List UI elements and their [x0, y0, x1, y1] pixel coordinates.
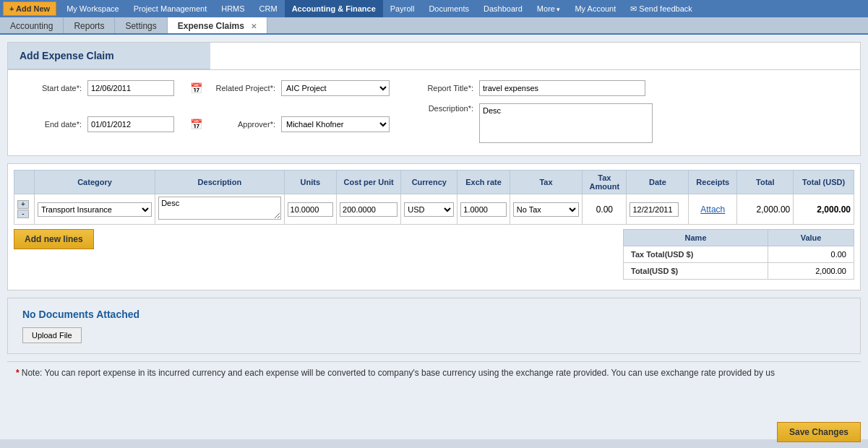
units-input[interactable]	[288, 202, 333, 217]
tax-select[interactable]: No Tax	[513, 202, 579, 217]
cell-receipts: Attach	[689, 194, 737, 225]
form-table: Start date*: 📅 Related Project*:	[20, 79, 848, 147]
top-navigation: + Add New My Workspace Project Managemen…	[0, 0, 868, 17]
start-date-input[interactable]	[87, 80, 174, 96]
cost-per-unit-input[interactable]	[340, 202, 398, 217]
nav-more[interactable]: More	[530, 0, 568, 17]
end-date-input[interactable]	[87, 116, 174, 132]
tab-settings[interactable]: Settings	[115, 17, 167, 33]
main-content: Add Expense Claim Start date*: 📅 Related…	[0, 35, 868, 439]
end-date-calendar-icon[interactable]: 📅	[190, 119, 202, 130]
footer-note-text: Note: You can report expense in its incu…	[22, 368, 775, 378]
col-header-date: Date	[627, 171, 689, 194]
footer-note: * Note: You can report expense in its in…	[7, 361, 861, 384]
exch-rate-input[interactable]	[460, 202, 506, 217]
tab-bar: Accounting Reports Settings Expense Clai…	[0, 17, 868, 35]
summary-total-name: Total(USD $)	[624, 263, 768, 280]
summary-row-tax: Tax Total(USD $) 0.00	[624, 246, 854, 263]
expense-table: Category Description Units Cost per Unit…	[14, 170, 854, 225]
summary-tax-value: 0.00	[768, 246, 854, 263]
approver-label: Approver*:	[238, 120, 275, 129]
col-header-total: Total	[737, 171, 794, 194]
col-header-tax: Tax	[510, 171, 582, 194]
description-label: Description*:	[429, 104, 473, 113]
total-usd-value: 2,000.00	[817, 204, 851, 215]
cell-currency: USD	[401, 194, 457, 225]
row-add-btn[interactable]: +	[17, 200, 29, 209]
col-header-exch-rate: Exch rate	[457, 171, 510, 194]
col-header-currency: Currency	[401, 171, 457, 194]
summary-table: Name Value Tax Total(USD $) 0.00 Total(U…	[623, 229, 854, 280]
cell-total: 2,000.00	[737, 194, 794, 225]
table-section: Category Description Units Cost per Unit…	[7, 163, 861, 290]
col-header-total-usd: Total (USD)	[794, 171, 854, 194]
documents-section: No Documents Attached Upload File	[7, 298, 861, 354]
total-value: 2,000.00	[757, 204, 791, 215]
start-date-label: Start date*:	[42, 84, 82, 92]
end-date-label: End date*:	[45, 120, 82, 129]
nav-payroll[interactable]: Payroll	[383, 0, 422, 17]
start-date-calendar-icon[interactable]: 📅	[190, 82, 202, 94]
nav-my-workspace[interactable]: My Workspace	[59, 0, 126, 17]
tab-accounting[interactable]: Accounting	[0, 17, 64, 33]
date-input[interactable]	[629, 202, 679, 217]
report-title-label: Report Title*:	[427, 84, 473, 92]
nav-accounting-finance[interactable]: Accounting & Finance	[285, 0, 383, 17]
row-remove-btn[interactable]: -	[17, 210, 29, 218]
approver-select[interactable]: Michael Khofner	[281, 116, 390, 132]
cell-cost-per-unit	[337, 194, 401, 225]
col-header-ctrl	[14, 171, 35, 194]
form-title: Add Expense Claim	[8, 43, 210, 69]
cell-total-usd: 2,000.00	[794, 194, 854, 225]
col-header-units: Units	[284, 171, 336, 194]
close-tab-expense-claims[interactable]: ✕	[251, 22, 257, 30]
cell-description: Desc	[155, 194, 284, 225]
nav-project-management[interactable]: Project Management	[126, 0, 215, 17]
tab-reports[interactable]: Reports	[64, 17, 115, 33]
note-star: *	[16, 368, 20, 378]
form-section: Add Expense Claim Start date*: 📅 Related…	[7, 42, 861, 156]
nav-dashboard[interactable]: Dashboard	[476, 0, 530, 17]
cell-tax: No Tax	[510, 194, 582, 225]
add-new-lines-button[interactable]: Add new lines	[14, 229, 94, 249]
row-ctrl-buttons: + -	[17, 200, 31, 218]
nav-hrms[interactable]: HRMS	[214, 0, 252, 17]
cell-exch-rate	[457, 194, 510, 225]
summary-value-header: Value	[768, 230, 854, 246]
col-header-receipts: Receipts	[689, 171, 737, 194]
add-new-button[interactable]: + Add New	[3, 1, 56, 16]
nav-crm[interactable]: CRM	[252, 0, 285, 17]
description-textarea[interactable]: Desc	[479, 103, 653, 143]
cell-category: Transport Insurance	[34, 194, 155, 225]
no-documents-title: No Documents Attached	[22, 309, 846, 320]
related-project-label: Related Project*:	[215, 84, 275, 92]
nav-send-feedback[interactable]: ✉ Send feedback	[623, 0, 699, 17]
currency-select[interactable]: USD	[404, 202, 454, 217]
row-ctrl-cell: + -	[14, 194, 35, 225]
related-project-select[interactable]: AIC Project	[281, 80, 390, 96]
summary-total-value: 2,000.00	[768, 263, 854, 280]
nav-my-account[interactable]: My Account	[567, 0, 623, 17]
summary-tax-name: Tax Total(USD $)	[624, 246, 768, 263]
tab-expense-claims[interactable]: Expense Claims ✕	[168, 17, 267, 33]
report-title-input[interactable]	[479, 80, 645, 96]
col-header-cost-per-unit: Cost per Unit	[337, 171, 401, 194]
table-row: + - Transport Insurance Desc	[14, 194, 854, 225]
summary-row-total: Total(USD $) 2,000.00	[624, 263, 854, 280]
save-changes-button[interactable]: Save Changes	[777, 422, 861, 439]
col-header-category: Category	[34, 171, 155, 194]
col-header-tax-amount: Tax Amount	[583, 171, 627, 194]
bottom-area: Add new lines Name Value Tax Total(USD $…	[14, 225, 854, 284]
attach-link[interactable]: Attach	[700, 204, 725, 215]
summary-name-header: Name	[624, 230, 768, 246]
col-header-description: Description	[155, 171, 284, 194]
upload-file-button[interactable]: Upload File	[22, 327, 82, 343]
cell-date	[627, 194, 689, 225]
cell-tax-amount: 0.00	[583, 194, 627, 225]
row-description-input[interactable]: Desc	[158, 197, 280, 220]
nav-documents[interactable]: Documents	[421, 0, 476, 17]
tax-amount-value: 0.00	[596, 204, 613, 215]
cell-units	[284, 194, 336, 225]
category-select[interactable]: Transport Insurance	[38, 202, 152, 217]
